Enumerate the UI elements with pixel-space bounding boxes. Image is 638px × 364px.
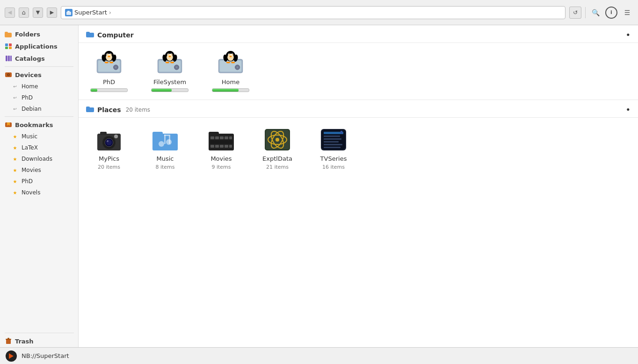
location-arrow: › xyxy=(109,9,111,16)
sidebar-bookmark-music[interactable]: ★ Music xyxy=(0,131,78,142)
dropdown-button[interactable]: ▼ xyxy=(33,7,43,18)
places-items: MyPics 20 items xyxy=(79,118,638,178)
main-area: Folders Applications Cata xyxy=(0,25,638,347)
drive-filesystem-icon xyxy=(155,50,185,76)
drive-phd-icon xyxy=(94,50,124,76)
sidebar-item-devices[interactable]: Devices xyxy=(0,69,78,81)
bookmark-star-icon: ★ xyxy=(11,133,19,140)
bookmark-downloads-label: Downloads xyxy=(22,156,52,162)
bookmark-star-icon: ★ xyxy=(11,189,19,196)
drive-filesystem[interactable]: FileSystem xyxy=(149,50,191,92)
svg-point-60 xyxy=(232,54,233,55)
drive-phd[interactable]: PhD xyxy=(88,50,130,92)
sidebar: Folders Applications Cata xyxy=(0,25,79,347)
bookmarks-icon xyxy=(5,121,12,128)
svg-point-49 xyxy=(166,62,170,63)
svg-point-44 xyxy=(168,54,169,55)
back-button[interactable]: ◀ xyxy=(5,7,15,18)
place-tvseries[interactable]: TVSeries 16 items xyxy=(312,125,355,170)
search-button[interactable]: 🔍 xyxy=(589,7,602,19)
computer-section-menu[interactable]: • xyxy=(625,30,631,40)
trash-icon xyxy=(5,337,12,345)
svg-rect-86 xyxy=(209,132,219,136)
sidebar-item-applications[interactable]: Applications xyxy=(0,40,78,52)
applications-icon xyxy=(5,43,12,50)
svg-rect-91 xyxy=(229,136,232,139)
svg-rect-6 xyxy=(5,47,8,49)
drive-phd-progress xyxy=(90,88,128,92)
svg-rect-16 xyxy=(6,339,11,344)
sidebar-bookmark-downloads[interactable]: ★ Downloads xyxy=(0,153,78,164)
place-tvseries-icon xyxy=(319,125,348,153)
drive-home-icon xyxy=(216,50,246,76)
forward-button[interactable]: ▶ xyxy=(47,7,57,18)
superstart-icon xyxy=(6,350,17,362)
place-exptldata-count: 21 items xyxy=(266,164,289,170)
svg-rect-4 xyxy=(5,43,8,46)
sidebar-item-catalogs[interactable]: Catalogs xyxy=(0,52,78,64)
svg-point-46 xyxy=(168,56,171,57)
device-debian-icon: ↩ xyxy=(11,105,19,113)
bookmark-latex-label: LaTeX xyxy=(22,144,38,151)
catalogs-label: Catalogs xyxy=(15,55,45,62)
svg-rect-89 xyxy=(220,136,224,139)
svg-point-30 xyxy=(110,54,111,55)
bookmark-movies-label: Movies xyxy=(22,167,41,173)
svg-rect-79 xyxy=(152,132,163,136)
places-section-header: Places 20 items • xyxy=(79,100,638,118)
info-button[interactable]: i xyxy=(605,7,617,19)
svg-point-39 xyxy=(176,66,177,68)
sidebar-device-home[interactable]: ↩ Home xyxy=(0,81,78,92)
sidebar-bookmark-latex[interactable]: ★ LaTeX xyxy=(0,142,78,153)
svg-point-29 xyxy=(107,54,108,55)
svg-rect-96 xyxy=(229,145,232,148)
svg-rect-0 xyxy=(66,12,71,15)
svg-rect-112 xyxy=(341,131,342,134)
sidebar-bookmark-novels[interactable]: ★ Novels xyxy=(0,187,78,198)
places-title: Places 20 items xyxy=(86,106,150,114)
menu-button[interactable]: ☰ xyxy=(621,7,633,19)
svg-point-65 xyxy=(231,62,235,63)
devices-icon xyxy=(5,71,12,79)
svg-rect-88 xyxy=(215,136,219,139)
svg-point-31 xyxy=(108,56,110,57)
bookmark-music-label: Music xyxy=(22,133,37,140)
svg-rect-84 xyxy=(169,136,170,144)
sep3 xyxy=(5,333,74,333)
svg-point-35 xyxy=(109,62,114,63)
svg-point-103 xyxy=(276,138,279,142)
svg-rect-110 xyxy=(324,144,342,145)
place-mypics[interactable]: MyPics 20 items xyxy=(88,125,130,170)
location-bar[interactable]: SuperStart › xyxy=(61,6,566,19)
sidebar-bookmark-phd[interactable]: ★ PhD xyxy=(0,176,78,187)
device-phd-label: PhD xyxy=(22,94,33,101)
svg-point-13 xyxy=(8,74,9,75)
sep1 xyxy=(5,66,73,67)
place-music[interactable]: Music 8 items xyxy=(144,125,186,170)
bookmark-novels-label: Novels xyxy=(22,189,40,196)
sidebar-bookmark-movies[interactable]: ★ Movies xyxy=(0,164,78,176)
sidebar-item-bookmarks[interactable]: Bookmarks xyxy=(0,119,78,131)
drive-home[interactable]: Home xyxy=(210,50,252,92)
home-button[interactable]: ⌂ xyxy=(19,7,29,18)
place-movies[interactable]: Movies 9 items xyxy=(200,125,242,170)
svg-point-64 xyxy=(226,62,231,63)
drive-home-label: Home xyxy=(222,79,239,86)
place-mypics-label: MyPics xyxy=(99,155,119,162)
place-movies-icon xyxy=(207,125,235,153)
sidebar-device-phd[interactable]: ↩ PhD xyxy=(0,92,78,103)
place-exptldata[interactable]: ExptlData 21 items xyxy=(256,125,298,170)
svg-rect-20 xyxy=(86,32,90,34)
svg-rect-106 xyxy=(324,132,343,134)
refresh-button[interactable]: ↺ xyxy=(569,7,581,19)
applications-label: Applications xyxy=(15,43,58,50)
svg-rect-7 xyxy=(9,47,12,49)
drive-filesystem-fill xyxy=(152,89,172,92)
sidebar-item-folders[interactable]: Folders xyxy=(0,28,78,40)
places-section-menu[interactable]: • xyxy=(625,105,631,114)
drive-home-fill xyxy=(212,89,239,92)
sidebar-item-trash[interactable]: Trash xyxy=(0,335,79,347)
bookmarks-label: Bookmarks xyxy=(15,121,53,128)
drive-filesystem-label: FileSystem xyxy=(153,79,186,86)
sidebar-device-debian[interactable]: ↩ Debian xyxy=(0,103,78,114)
